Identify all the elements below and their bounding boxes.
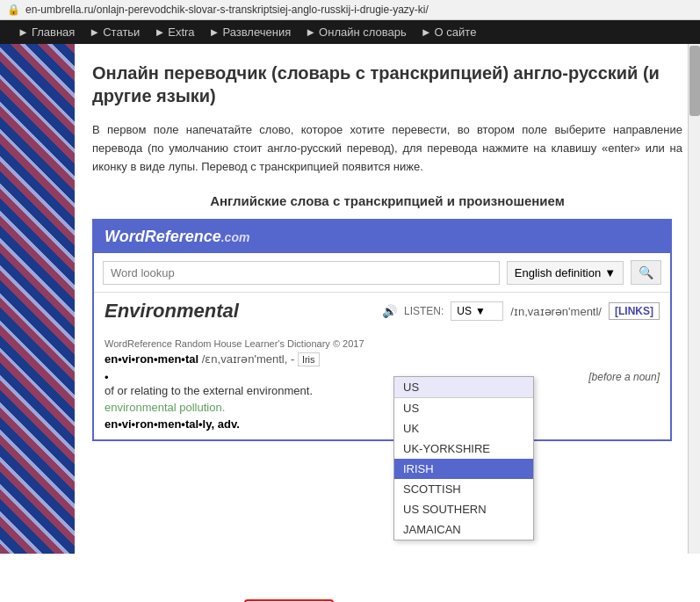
dropdown-item-us[interactable]: US (394, 398, 533, 418)
word-lookup-input[interactable] (103, 261, 500, 285)
dropdown-item-us-southern[interactable]: US SOUTHERN (394, 499, 533, 519)
nav-bar: ► Главная ► Статьи ► Extra ► Развлечения… (0, 20, 700, 44)
iris-badge: Iris (298, 352, 320, 366)
transcription-text: /ɪn,vaɪərən'mentl/ (510, 305, 602, 318)
dropdown-current-item[interactable]: US (394, 377, 533, 398)
arrow-annotation (243, 598, 384, 602)
nav-arrow-about: ► (421, 25, 432, 39)
language-select[interactable]: English definition ▼ (507, 261, 624, 285)
definition-example: environmental pollution. (105, 401, 660, 414)
search-icon: 🔍 (639, 265, 653, 279)
phonetic-ipa: /ɛn,vaɪrən'mentl, - (202, 352, 295, 366)
description-text: В первом поле напечатайте слово, которое… (92, 121, 682, 176)
main-content: Онлайн переводчик (словарь с транскрипци… (75, 44, 700, 554)
accent-dropdown-trigger[interactable]: US ▼ (451, 301, 503, 321)
nav-dictionary[interactable]: ► Онлайн словарь (305, 25, 407, 39)
nav-extra[interactable]: ► Extra (154, 25, 194, 39)
word-title: Environmental (105, 300, 239, 322)
address-bar: 🔒 en-umbrella.ru/onlajn-perevodchik-slov… (0, 0, 700, 20)
listen-bar: 🔊 LISTEN: US ▼ /ɪn,vaɪərən'mentl/ [LINKS… (382, 301, 660, 321)
phonetic-line: en•vi•ron•men•tal /ɛn,vaɪrən'mentl, - Ir… (105, 352, 660, 366)
nav-home[interactable]: ► Главная (18, 25, 75, 39)
definition-text: of or relating to the external environme… (105, 384, 660, 397)
links-button[interactable]: [LINKS] (609, 302, 660, 320)
accent-dropdown: US US UK UK-YORKSHIRE IRISH SCOTTISH US … (393, 376, 534, 540)
url-text: en-umbrella.ru/onlajn-perevodchik-slovar… (25, 4, 429, 16)
page-background: Онлайн переводчик (словарь с транскрипци… (0, 44, 700, 554)
union-jack-decoration (0, 44, 75, 554)
listen-label: LISTEN: (404, 305, 444, 317)
wr-definition: WordReference Random House Learner's Dic… (94, 333, 670, 439)
nav-arrow-extra: ► (154, 25, 165, 39)
lock-icon: 🔒 (7, 4, 20, 16)
nav-about[interactable]: ► О сайте (421, 25, 477, 39)
wordreference-widget: WordReference.com English definition ▼ 🔍 (92, 219, 672, 441)
wr-entry: Environmental 🔊 LISTEN: US ▼ /ɪn,vaɪərən… (94, 293, 670, 333)
wr-logo: WordReference.com (105, 228, 249, 245)
dropdown-item-jamaican[interactable]: JAMAICAN (394, 519, 533, 540)
dropdown-item-uk-yorkshire[interactable]: UK-YORKSHIRE (394, 439, 533, 459)
nav-arrow-articles: ► (89, 25, 100, 39)
dropdown-item-uk[interactable]: UK (394, 418, 533, 439)
nav-arrow-home: ► (18, 25, 29, 39)
search-button[interactable]: 🔍 (631, 260, 661, 285)
before-noun-label: [before a noun] (588, 371, 660, 383)
dropdown-item-irish[interactable]: IRISH (394, 459, 533, 479)
page-title: Онлайн переводчик (словарь с транскрипци… (92, 62, 682, 107)
scrollbar-thumb[interactable] (689, 46, 700, 116)
nav-arrow-entertainment: ► (209, 25, 220, 39)
listen-speaker-icon: 🔊 (382, 304, 397, 318)
dropdown-arrow-icon: ▼ (475, 305, 486, 317)
nav-entertainment[interactable]: ► Развлечения (209, 25, 292, 39)
dict-source: WordReference Random House Learner's Dic… (105, 338, 660, 349)
phonetic-word: en•vi•ron•men•tal (105, 352, 198, 366)
dropdown-item-scottish[interactable]: SCOTTISH (394, 479, 533, 499)
nav-arrow-dictionary: ► (305, 25, 316, 39)
nav-articles[interactable]: ► Статьи (89, 25, 140, 39)
definition-adverb: en•vi•ron•men•tal•ly, adv. (105, 417, 660, 431)
bullet-point: • (105, 371, 109, 384)
lang-arrow-icon: ▼ (604, 266, 616, 279)
wr-header: WordReference.com (94, 221, 670, 253)
scrollbar[interactable] (688, 44, 700, 554)
wr-search-bar: English definition ▼ 🔍 (94, 253, 670, 293)
section-heading: Английские слова с транскрипцией и произ… (92, 193, 682, 208)
